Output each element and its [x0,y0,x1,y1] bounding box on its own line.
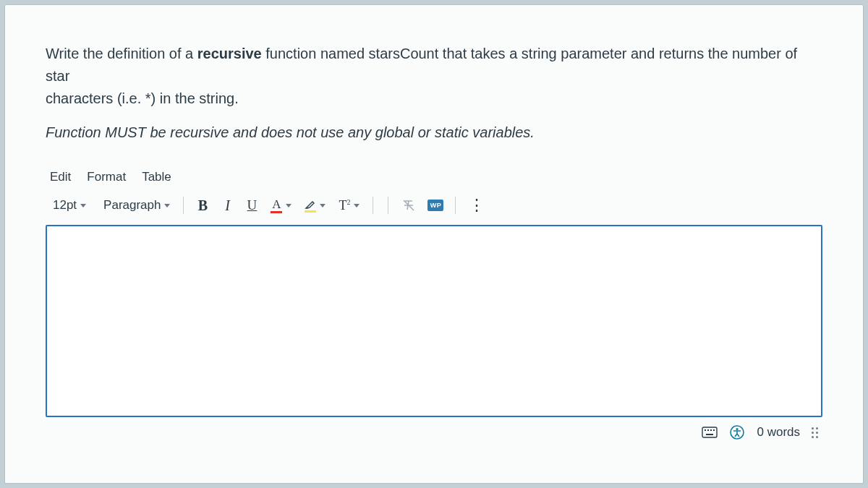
superscript-icon: T2 [339,198,350,213]
prompt-fragment: Write the definition of a [46,46,197,61]
prompt-bold-word: recursive [197,46,262,61]
question-card: Write the definition of a recursive func… [4,4,864,484]
question-note: Function MUST be recursive and does not … [46,124,822,141]
svg-rect-0 [702,427,717,437]
block-format-label: Paragraph [103,198,161,213]
font-size-select[interactable]: 12pt [47,193,92,218]
underline-button[interactable]: U [240,193,263,218]
toolbar-separator [388,197,388,214]
highlighter-icon [305,199,316,213]
superscript-button[interactable]: T2 [333,193,365,218]
clear-formatting-icon [401,198,416,213]
svg-rect-3 [710,429,712,431]
bold-button[interactable]: B [191,193,214,218]
rich-text-editor: Edit Format Table 12pt Paragraph B I U [46,166,822,440]
toolbar-separator [373,197,373,214]
svg-rect-1 [705,429,706,431]
editor-statusbar: 0 words [46,417,822,440]
clear-formatting-button[interactable] [396,193,422,218]
editor-menubar: Edit Format Table [46,166,822,192]
accessibility-icon[interactable] [729,424,745,440]
menu-format[interactable]: Format [87,170,126,184]
svg-rect-2 [707,429,709,431]
text-color-button[interactable]: A [265,193,297,218]
more-tools-button[interactable]: ⋮ [463,193,490,218]
svg-point-7 [736,428,739,430]
svg-rect-4 [713,429,715,431]
menu-edit[interactable]: Edit [50,170,71,184]
prompt-func-name: starsCount [369,46,439,61]
prompt-fragment: function named [262,46,369,61]
prompt-line2: characters (i.e. *) in the string. [46,90,239,106]
editor-toolbar: 12pt Paragraph B I U A [46,192,822,225]
resize-handle-icon[interactable] [812,427,818,438]
svg-rect-5 [706,434,713,435]
question-prompt: Write the definition of a recursive func… [46,43,822,110]
toolbar-separator [455,197,456,214]
keyboard-icon[interactable] [702,424,718,440]
editor-textarea[interactable] [46,225,822,417]
wp-button[interactable]: WP [423,193,448,218]
text-color-icon: A [271,198,282,213]
block-format-select[interactable]: Paragraph [98,193,176,218]
menu-table[interactable]: Table [142,170,171,184]
word-count: 0 words [757,425,800,440]
wp-icon: WP [427,200,443,211]
highlight-color-button[interactable] [299,193,331,218]
toolbar-separator [183,197,184,214]
font-size-label: 12pt [53,198,77,213]
italic-button[interactable]: I [216,193,239,218]
